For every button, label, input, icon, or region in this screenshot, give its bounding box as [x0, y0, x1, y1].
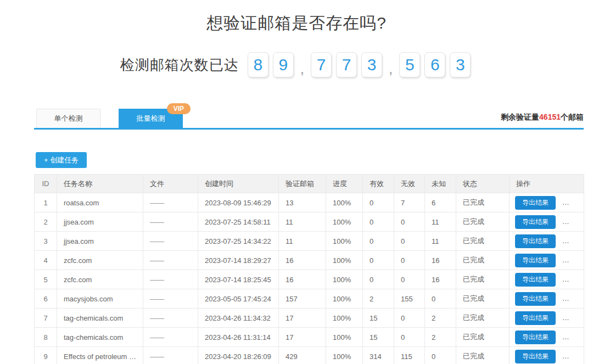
cell-actions: 导出结果 删除	[510, 328, 584, 347]
cell-valid-count: 15	[363, 309, 394, 328]
cell-task-name: roatsa.com	[57, 193, 143, 212]
cell-verified-count: 429	[279, 347, 326, 364]
cell-invalid-count: 0	[394, 251, 425, 270]
tab-batch-check[interactable]: 批量检测 VIP	[119, 109, 183, 128]
cell-progress: 100%	[326, 232, 363, 251]
counter-digit: 3	[361, 52, 382, 77]
table-row: 3 jjsea.com —— 2023-07-25 14:34:22 11 10…	[35, 232, 584, 251]
cell-progress: 100%	[326, 347, 363, 364]
delete-button[interactable]: 删除	[562, 311, 584, 325]
cell-progress: 100%	[326, 270, 363, 289]
cell-created-time: 2023-07-14 18:25:45	[198, 270, 279, 289]
table-row: 8 tag-chemicals.com —— 2023-04-26 11:31:…	[35, 328, 584, 347]
tasks-table-body: 1 roatsa.com —— 2023-08-09 15:46:29 13 1…	[35, 193, 584, 364]
delete-button[interactable]: 删除	[562, 196, 584, 210]
counter-digit: 7	[336, 52, 357, 77]
cell-invalid-count: 0	[394, 270, 425, 289]
cell-created-time: 2023-07-25 14:58:11	[198, 212, 279, 232]
column-header-invalid: 无效	[394, 175, 425, 193]
counter-digit: 5	[399, 52, 420, 77]
export-result-button[interactable]: 导出结果	[515, 292, 556, 306]
cell-task-name: tag-chemicals.com	[57, 309, 143, 328]
quota-suffix: 个邮箱	[561, 113, 584, 121]
cell-actions: 导出结果 删除	[510, 289, 584, 309]
tab-batch-label: 批量检测	[137, 114, 165, 124]
cell-unknown-count: 2	[425, 328, 456, 347]
export-result-button[interactable]: 导出结果	[515, 311, 556, 325]
cell-valid-count: 314	[363, 347, 394, 364]
tab-bar: 单个检测 批量检测 VIP 剩余验证量46151个邮箱	[34, 109, 584, 130]
cell-status: 已完成	[456, 270, 510, 289]
tasks-table: ID 任务名称 文件 创建时间 验证邮箱 进度 有效 无效 未知 状态 操作 1…	[34, 174, 584, 364]
cell-progress: 100%	[326, 328, 363, 347]
create-task-button[interactable]: + 创建任务	[36, 152, 87, 168]
table-row: 4 zcfc.com —— 2023-07-14 18:29:27 16 100…	[35, 251, 584, 270]
delete-button[interactable]: 删除	[562, 254, 584, 267]
cell-valid-count: 0	[363, 251, 394, 270]
cell-id: 3	[35, 232, 57, 251]
cell-verified-count: 13	[279, 193, 326, 212]
delete-button[interactable]: 删除	[562, 215, 584, 229]
table-row: 7 tag-chemicals.com —— 2023-04-26 11:34:…	[35, 309, 584, 328]
cell-valid-count: 0	[363, 232, 394, 251]
cell-invalid-count: 0	[394, 212, 425, 232]
cell-unknown-count: 0	[425, 347, 456, 364]
cell-file: ——	[143, 270, 198, 289]
delete-button[interactable]: 删除	[562, 234, 584, 248]
cell-actions: 导出结果 删除	[510, 347, 584, 364]
column-header-actions: 操作	[510, 175, 584, 193]
cell-verified-count: 17	[279, 309, 326, 328]
column-header-task-name: 任务名称	[57, 175, 143, 193]
cell-created-time: 2023-04-20 18:26:09	[198, 347, 279, 364]
cell-id: 4	[35, 251, 57, 270]
cell-unknown-count: 0	[425, 289, 456, 309]
export-result-button[interactable]: 导出结果	[515, 331, 556, 344]
cell-verified-count: 11	[279, 212, 326, 232]
export-result-button[interactable]: 导出结果	[515, 234, 556, 248]
cell-progress: 100%	[326, 309, 363, 328]
cell-invalid-count: 0	[394, 232, 425, 251]
email-counter: 检测邮箱次数已达 89,773,563	[0, 52, 593, 78]
export-result-button[interactable]: 导出结果	[515, 254, 556, 267]
tab-single-check[interactable]: 单个检测	[36, 109, 100, 128]
cell-status: 已完成	[456, 212, 510, 232]
cell-id: 1	[35, 193, 57, 212]
cell-id: 5	[35, 270, 57, 289]
export-result-button[interactable]: 导出结果	[515, 350, 556, 363]
cell-invalid-count: 115	[394, 347, 425, 364]
cell-file: ——	[143, 347, 198, 364]
column-header-file: 文件	[143, 175, 198, 193]
cell-task-name: Effects of petroleum res...	[57, 347, 143, 364]
cell-unknown-count: 11	[425, 232, 456, 251]
delete-button[interactable]: 删除	[562, 273, 584, 287]
remaining-quota: 剩余验证量46151个邮箱	[501, 113, 584, 122]
cell-verified-count: 16	[279, 251, 326, 270]
cell-actions: 导出结果 删除	[510, 193, 584, 212]
cell-invalid-count: 155	[394, 289, 425, 309]
delete-button[interactable]: 删除	[562, 350, 584, 363]
page-title: 想验证邮箱是否存在吗?	[0, 12, 593, 35]
cell-progress: 100%	[326, 193, 363, 212]
export-result-button[interactable]: 导出结果	[515, 215, 556, 229]
cell-unknown-count: 16	[425, 251, 456, 270]
cell-verified-count: 11	[279, 232, 326, 251]
cell-task-name: tag-chemicals.com	[57, 328, 143, 347]
column-header-status: 状态	[456, 175, 510, 193]
cell-created-time: 2023-04-26 11:34:32	[198, 309, 279, 328]
column-header-unknown: 未知	[425, 175, 456, 193]
table-header-row: ID 任务名称 文件 创建时间 验证邮箱 进度 有效 无效 未知 状态 操作	[35, 175, 584, 193]
table-row: 5 zcfc.com —— 2023-07-14 18:25:45 16 100…	[35, 270, 584, 289]
cell-status: 已完成	[456, 328, 510, 347]
delete-button[interactable]: 删除	[562, 331, 584, 344]
delete-button[interactable]: 删除	[562, 292, 584, 306]
counter-digit: 3	[450, 52, 471, 77]
cell-id: 2	[35, 212, 57, 232]
cell-verified-count: 17	[279, 328, 326, 347]
export-result-button[interactable]: 导出结果	[515, 196, 556, 210]
cell-progress: 100%	[326, 212, 363, 232]
cell-task-name: jjsea.com	[57, 212, 143, 232]
table-row: 6 macysjobs.com —— 2023-05-05 17:45:24 1…	[35, 289, 584, 309]
cell-status: 已完成	[456, 309, 510, 328]
export-result-button[interactable]: 导出结果	[515, 273, 556, 287]
cell-task-name: zcfc.com	[57, 251, 143, 270]
